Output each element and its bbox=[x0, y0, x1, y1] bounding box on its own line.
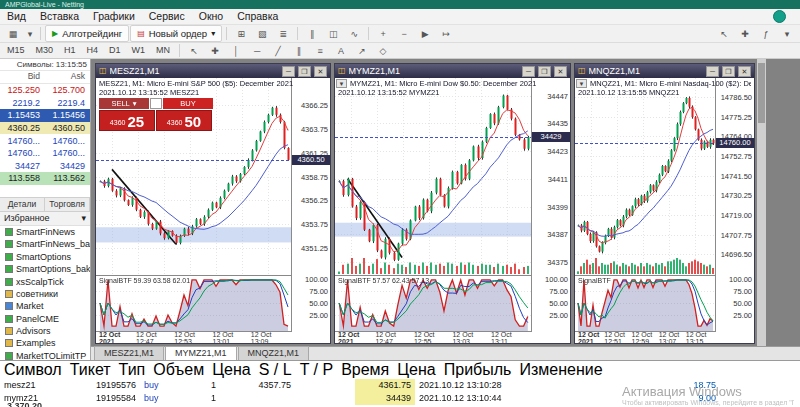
menu-item-3[interactable]: Сервис bbox=[142, 9, 192, 24]
close-button[interactable]: ✕ bbox=[314, 66, 327, 77]
price-axis[interactable]: 14786.5014775.2514764.0014752.7514741.50… bbox=[715, 78, 754, 331]
minimize-button[interactable]: ─ bbox=[282, 66, 295, 77]
crosshair-icon[interactable]: ✚ bbox=[735, 25, 755, 42]
one-click-expand-icon[interactable]: ▼ bbox=[576, 79, 587, 88]
table-row[interactable]: mesz2119195576buy14357.754361.752021.10.… bbox=[0, 379, 800, 392]
restore-button[interactable]: ❐ bbox=[538, 66, 551, 77]
navigator-item-8[interactable]: Advisors bbox=[0, 325, 90, 337]
timeframe-m15-button[interactable]: M15 bbox=[2, 43, 30, 58]
new-chart-icon[interactable]: ▦ bbox=[3, 25, 23, 42]
chart-body[interactable]: 4366.254363.754361.254358.754356.254353.… bbox=[96, 78, 330, 343]
chart-window-1[interactable]: ◫MYMZ21,M1─❐✕344473443534423344113439934… bbox=[334, 63, 571, 344]
auto-scroll-icon[interactable]: ▶ bbox=[415, 25, 435, 42]
price-axis[interactable]: 3444734435344233441134399343873437534429… bbox=[531, 78, 570, 331]
navigator-item-0[interactable]: SmartFinNews bbox=[0, 226, 90, 238]
trade-col-header-9[interactable]: Прибыль bbox=[440, 361, 516, 378]
zoom-in-icon[interactable]: + bbox=[373, 25, 393, 42]
chart-body[interactable]: 3444734435344233441134399343873437534429… bbox=[335, 78, 570, 343]
menu-item-1[interactable]: Вставка bbox=[33, 9, 86, 24]
bars-mode-icon[interactable]: ∥ bbox=[302, 25, 322, 42]
candles-mode-icon[interactable]: ◫ bbox=[323, 25, 343, 42]
fibonacci-icon[interactable]: ≡ bbox=[310, 42, 330, 59]
trade-col-header-7[interactable]: Время bbox=[337, 361, 393, 378]
trade-col-header-4[interactable]: Цена bbox=[208, 361, 254, 378]
navigator-item-4[interactable]: xsScalpTick bbox=[0, 275, 90, 287]
cursor-icon[interactable]: ↖ bbox=[184, 42, 204, 59]
tile-windows-icon[interactable]: ⊞ bbox=[231, 25, 251, 42]
trade-col-header-5[interactable]: S / L bbox=[255, 361, 296, 378]
line-mode-icon[interactable]: ∿ bbox=[344, 25, 364, 42]
cursor-icon[interactable]: ↖ bbox=[714, 25, 734, 42]
chart-tab-1[interactable]: MYMZ21,M1 bbox=[165, 346, 237, 360]
indicators-icon[interactable]: ƒ bbox=[756, 25, 776, 42]
market-watch-row[interactable]: 113.558113.562 bbox=[0, 172, 90, 185]
timeframe-m30-button[interactable]: M30 bbox=[31, 43, 59, 58]
shapes-icon[interactable]: ◇ bbox=[373, 42, 393, 59]
horizontal-line-icon[interactable]: ─ bbox=[247, 42, 267, 59]
window-titlebar[interactable]: AMPGlobal-Live - Netting bbox=[0, 0, 800, 9]
close-button[interactable]: ✕ bbox=[554, 66, 567, 77]
algo-trading-button[interactable]: ▶Алготрейдинг bbox=[45, 25, 129, 42]
chart-window-titlebar[interactable]: ◫MNQZ21,M1─❐✕ bbox=[575, 64, 754, 78]
market-watch-row[interactable]: 3442734429 bbox=[0, 160, 90, 173]
cascade-windows-icon[interactable]: ▧ bbox=[252, 25, 272, 42]
restore-button[interactable]: ❐ bbox=[298, 66, 311, 77]
close-button[interactable]: ✕ bbox=[738, 66, 751, 77]
price-chart-canvas[interactable] bbox=[335, 78, 532, 275]
menu-item-5[interactable]: Справка bbox=[230, 9, 285, 24]
chart-window-titlebar[interactable]: ◫MYMZ21,M1─❐✕ bbox=[335, 64, 570, 78]
navigator-item-6[interactable]: Market bbox=[0, 300, 90, 312]
chart-window-2[interactable]: ◫MNQZ21,M1─❐✕14786.5014775.2514764.00147… bbox=[574, 63, 755, 344]
chart-body[interactable]: 14786.5014775.2514764.0014752.7514741.50… bbox=[575, 78, 754, 343]
navigator-header[interactable]: Избранное ▾ bbox=[0, 212, 90, 226]
text-label-icon[interactable]: A bbox=[331, 42, 351, 59]
navigator-item-7[interactable]: PanelCME bbox=[0, 312, 90, 324]
price-axis[interactable]: 4366.254363.754361.254358.754356.254353.… bbox=[291, 78, 330, 331]
community-icon[interactable] bbox=[773, 10, 786, 23]
menu-item-2[interactable]: Графики bbox=[86, 9, 142, 24]
trade-col-header-0[interactable]: Символ bbox=[0, 361, 66, 378]
trendline-icon[interactable]: ╱ bbox=[268, 42, 288, 59]
chart-tab-2[interactable]: MNQZ21,M1 bbox=[238, 346, 310, 360]
navigator-item-5[interactable]: советники bbox=[0, 288, 90, 300]
chart-window-titlebar[interactable]: ◫MESZ21,M1─❐✕ bbox=[96, 64, 330, 78]
timeframe-mn-button[interactable]: MN bbox=[151, 43, 175, 58]
zoom-out-icon[interactable]: − bbox=[394, 25, 414, 42]
market-watch-row[interactable]: 14760...14760... bbox=[0, 147, 90, 160]
minimize-button[interactable]: ─ bbox=[706, 66, 719, 77]
trade-col-header-3[interactable]: Объем bbox=[149, 361, 208, 378]
crosshair-icon[interactable]: ✚ bbox=[205, 42, 225, 59]
table-row[interactable]: mymz2119195584buy1344392021.10.12 13:10:… bbox=[0, 392, 800, 405]
one-click-buy-button[interactable]: BUY bbox=[163, 98, 213, 109]
chart-shift-icon[interactable]: ↦ bbox=[436, 25, 456, 42]
timeframe-h1-button[interactable]: H1 bbox=[59, 43, 81, 58]
market-watch-tab-1[interactable]: Торговля bbox=[45, 198, 90, 211]
price-chart-canvas[interactable] bbox=[575, 78, 716, 275]
market-watch-row[interactable]: 14760...14760... bbox=[0, 134, 90, 147]
navigator-item-1[interactable]: SmartFinNews_bak bbox=[0, 238, 90, 250]
chart-window-0[interactable]: ◫MESZ21,M1─❐✕4366.254363.754361.254358.7… bbox=[95, 63, 331, 344]
chart-tab-0[interactable]: MESZ21,M1 bbox=[94, 346, 164, 360]
timeframe-w1-button[interactable]: W1 bbox=[127, 43, 151, 58]
workspace-scrollbar[interactable] bbox=[757, 59, 766, 346]
scrollbar-thumb[interactable] bbox=[758, 63, 765, 123]
market-watch-row[interactable]: 125.250125.700 bbox=[0, 84, 90, 97]
sell-price-box[interactable]: 436025 bbox=[99, 110, 155, 131]
trade-col-header-8[interactable]: Цена bbox=[393, 361, 439, 378]
minimize-button[interactable]: ─ bbox=[522, 66, 535, 77]
menu-item-0[interactable]: Вид bbox=[0, 9, 33, 24]
vertical-line-icon[interactable]: │ bbox=[226, 42, 246, 59]
market-watch-tab-0[interactable]: Детали bbox=[0, 198, 45, 211]
one-click-sell-button[interactable]: SELL▾ bbox=[99, 98, 149, 109]
market-watch-row[interactable]: 4360.254360.50 bbox=[0, 122, 90, 135]
arrow-object-icon[interactable]: ↗ bbox=[352, 42, 372, 59]
trade-col-header-2[interactable]: Тип bbox=[115, 361, 150, 378]
navigator-item-10[interactable]: MarketTOLimitTP bbox=[0, 350, 90, 360]
buy-price-box[interactable]: 436050 bbox=[156, 110, 212, 131]
market-watch-row[interactable]: 1.154531.15456 bbox=[0, 109, 90, 122]
one-click-expand-icon[interactable]: ▼ bbox=[336, 79, 347, 88]
market-depth-icon[interactable]: ≣ bbox=[273, 25, 293, 42]
timeframe-h4-button[interactable]: H4 bbox=[82, 43, 104, 58]
restore-button[interactable]: ❐ bbox=[722, 66, 735, 77]
navigator-item-9[interactable]: Examples bbox=[0, 337, 90, 349]
